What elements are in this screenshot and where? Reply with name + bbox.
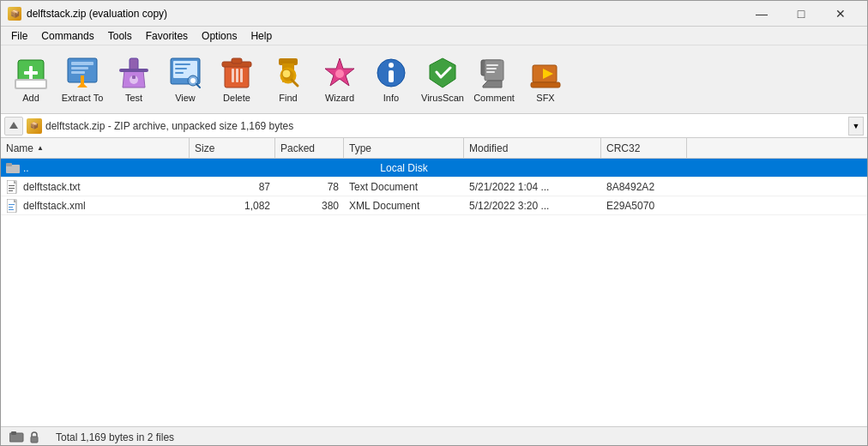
svg-rect-25 — [232, 58, 242, 63]
title-bar-left: 📦 delftstack.zip (evaluation copy) — [8, 7, 167, 21]
file-name: delftstack.xml — [1, 199, 190, 213]
folder-up-icon — [6, 161, 20, 175]
file-modified: 5/21/2022 1:04 ... — [464, 181, 601, 193]
header-type[interactable]: Type — [344, 138, 464, 158]
header-modified[interactable]: Modified — [464, 138, 601, 158]
close-button[interactable]: ✕ — [821, 1, 860, 27]
view-label: View — [175, 93, 196, 103]
menu-options[interactable]: Options — [195, 28, 244, 44]
svg-rect-27 — [236, 69, 238, 82]
table-row[interactable]: delftstack.xml 1,082 380 XML Document 5/… — [1, 196, 867, 215]
toolbar-delete[interactable]: Delete — [212, 50, 262, 110]
address-dropdown[interactable]: ▼ — [848, 117, 864, 136]
file-size: 1,082 — [190, 200, 275, 212]
file-name: delftstack.txt — [1, 180, 190, 194]
svg-marker-47 — [9, 122, 18, 129]
header-name[interactable]: Name ▲ — [1, 138, 190, 158]
table-row[interactable]: delftstack.txt 87 78 Text Document 5/21/… — [1, 178, 867, 196]
header-crc32[interactable]: CRC32 — [601, 138, 687, 158]
svg-rect-26 — [232, 69, 234, 82]
toolbar-find[interactable]: Find — [263, 50, 313, 110]
svg-rect-49 — [6, 163, 12, 166]
svg-rect-64 — [31, 437, 38, 443]
menu-commands[interactable]: Commands — [34, 28, 100, 44]
header-packed[interactable]: Packed — [275, 138, 344, 158]
address-text: delftstack.zip - ZIP archive, unpacked s… — [45, 120, 845, 132]
svg-point-37 — [389, 63, 394, 68]
txt-file-icon — [6, 180, 20, 194]
svg-rect-8 — [71, 71, 85, 74]
info-label: Info — [383, 93, 399, 103]
file-packed: 78 — [275, 181, 344, 193]
zip-icon: 📦 — [27, 118, 42, 134]
menu-favorites[interactable]: Favorites — [139, 28, 195, 44]
extract-label: Extract To — [62, 93, 104, 103]
svg-rect-53 — [9, 185, 15, 186]
menu-file[interactable]: File — [4, 28, 34, 44]
file-type: XML Document — [344, 200, 464, 212]
sfx-icon — [528, 56, 563, 90]
xml-file-icon — [6, 199, 20, 213]
address-bar: 📦 delftstack.zip - ZIP archive, unpacked… — [1, 114, 867, 138]
file-crc32: E29A5070 — [601, 200, 687, 212]
menu-tools[interactable]: Tools — [101, 28, 139, 44]
toolbar-test[interactable]: Test — [109, 50, 159, 110]
info-icon — [374, 56, 408, 90]
svg-rect-17 — [175, 63, 190, 65]
svg-line-33 — [292, 80, 298, 86]
svg-rect-42 — [486, 68, 497, 69]
virusscan-icon — [425, 56, 460, 90]
toolbar-extract[interactable]: Extract To — [57, 50, 107, 110]
wizard-icon — [322, 56, 357, 90]
title-bar: 📦 delftstack.zip (evaluation copy) — □ ✕ — [1, 1, 867, 27]
title-bar-controls: — □ ✕ — [742, 1, 860, 27]
sfx-label: SFX — [536, 93, 554, 103]
svg-rect-13 — [132, 75, 136, 79]
header-size[interactable]: Size — [190, 138, 275, 158]
file-name: .. — [1, 161, 190, 175]
toolbar-add[interactable]: Add — [6, 50, 56, 110]
test-label: Test — [125, 93, 142, 103]
status-text: Total 1,169 bytes in 2 files — [56, 431, 174, 443]
toolbar-sfx[interactable]: SFX — [521, 50, 570, 110]
file-list: Name ▲ Size Packed Type Modified CRC32 — [1, 138, 867, 426]
maximize-button[interactable]: □ — [781, 1, 821, 27]
file-crc32: 8A8492A2 — [601, 181, 687, 193]
toolbar-wizard[interactable]: Wizard — [315, 50, 365, 110]
comment-label: Comment — [473, 93, 515, 103]
toolbar-comment[interactable]: Comment — [469, 50, 519, 110]
view-icon — [168, 56, 202, 90]
svg-rect-46 — [531, 82, 560, 87]
virusscan-label: VirusScan — [421, 93, 464, 103]
zip-status-icon — [9, 431, 25, 443]
file-modified: 5/12/2022 3:20 ... — [464, 200, 601, 212]
svg-rect-14 — [119, 69, 148, 72]
status-bar: Total 1,169 bytes in 2 files — [1, 426, 867, 446]
test-icon — [117, 56, 151, 90]
svg-rect-59 — [9, 204, 15, 205]
menu-help[interactable]: Help — [244, 28, 279, 44]
svg-point-35 — [335, 69, 344, 78]
add-label: Add — [22, 93, 39, 103]
nav-up-button[interactable] — [4, 117, 23, 136]
delete-icon — [220, 56, 254, 90]
toolbar-virusscan[interactable]: VirusScan — [418, 50, 467, 110]
file-type: Local Disk — [344, 162, 464, 174]
file-type: Text Document — [344, 181, 464, 193]
svg-rect-18 — [175, 68, 187, 69]
menu-bar: File Commands Tools Favorites Options He… — [1, 27, 867, 45]
svg-rect-7 — [71, 67, 88, 69]
svg-rect-63 — [11, 431, 16, 435]
comment-icon — [477, 56, 511, 90]
toolbar-view[interactable]: View — [160, 50, 210, 110]
window-title: delftstack.zip (evaluation copy) — [27, 8, 167, 20]
find-label: Find — [279, 93, 297, 103]
delete-label: Delete — [223, 93, 250, 103]
minimize-button[interactable]: — — [742, 1, 781, 27]
toolbar-info[interactable]: Info — [366, 50, 416, 110]
app-icon: 📦 — [8, 7, 21, 21]
table-row[interactable]: .. Local Disk — [1, 159, 867, 178]
svg-rect-19 — [175, 72, 184, 74]
sort-icon: ▲ — [37, 144, 44, 152]
extract-icon — [65, 56, 99, 90]
